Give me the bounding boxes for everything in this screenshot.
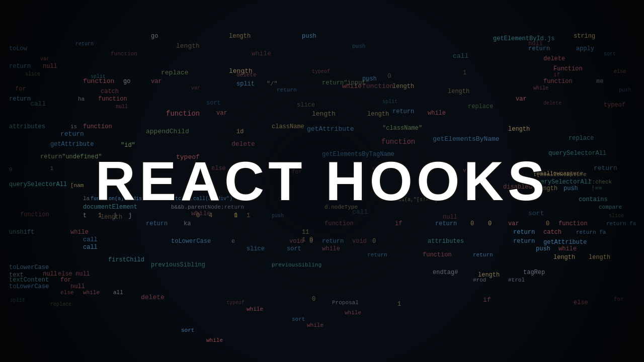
title-container: REACT HOOKS [96,153,549,209]
main-title: REACT HOOKS [96,153,549,209]
